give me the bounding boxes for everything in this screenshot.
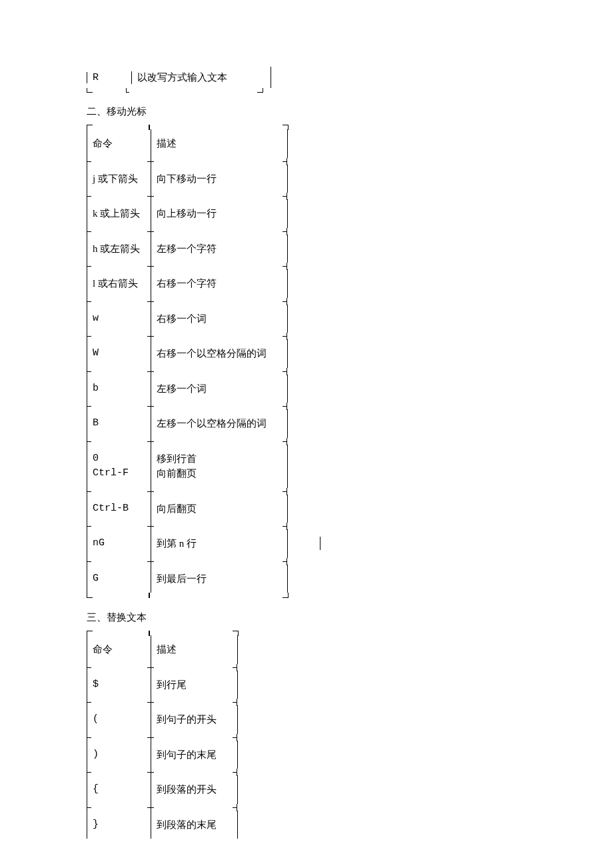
desc-cell: 到句子的末尾 [151,741,237,769]
desc-cell: 到行尾 [151,671,237,699]
cmd-cell: { [87,775,151,804]
cmd-cell: R [87,72,131,83]
desc-cell: 以改写方式输入文本 [131,71,271,84]
table-row: j 或下箭头 向下移动一行 [87,165,289,193]
desc-cell: 左移一个字符 [151,235,287,263]
cmd-cell: W [87,339,151,368]
table-row: R 以改写方式输入文本 [87,67,526,88]
table-row: } 到段落的末尾 [87,811,239,839]
desc-cell: 右移一个字符 [151,269,287,298]
table-row: k 或上箭头 向上移动一行 [87,199,289,228]
cmd-cell: l 或右箭头 [87,269,151,298]
table-row: nG 到第 n 行 [87,529,289,558]
table-row: b 左移一个词 [87,375,289,403]
table-row: ( 到句子的开头 [87,705,239,734]
table-row: Ctrl-B 向后翻页 [87,495,289,523]
cmd-cell: h 或左箭头 [87,235,151,263]
header-cmd: 命令 [87,635,151,664]
cmd-cell: w [87,305,151,333]
cmd-cell: nG [87,529,151,558]
fragment-table-end: R 以改写方式输入文本 [87,67,526,93]
table-row: G 到最后一行 [87,565,289,593]
cmd-cell: 0 Ctrl-F [87,445,151,488]
desc-cell: 到句子的开头 [151,705,237,734]
table-row: ) 到句子的末尾 [87,741,239,769]
desc-cell: 到段落的末尾 [151,811,237,839]
cmd-cell: $ [87,671,151,699]
cmd-cell: B [87,409,151,438]
section-title-2: 二、移动光标 [87,105,526,118]
table-row: { 到段落的开头 [87,775,239,804]
cmd-cell: ( [87,705,151,734]
table-row: w 右移一个词 [87,305,289,333]
desc-cell: 移到行首 向前翻页 [151,445,287,488]
table-row: h 或左箭头 左移一个字符 [87,235,289,263]
table-cursor-move: 命令 描述 j 或下箭头 向下移动一行 k 或上箭头 向上移动一行 h 或左箭头… [87,125,289,597]
desc-cell: 到段落的开头 [151,775,237,804]
cmd-cell: } [87,811,151,839]
table-row: W 右移一个以空格分隔的词 [87,339,289,368]
table-row: l 或右箭头 右移一个字符 [87,269,289,298]
table-replace-text: 命令 描述 $ 到行尾 ( 到句子的开头 ) 到句子的末尾 { 到段落的开头 }… [87,631,239,839]
desc-cell: 向上移动一行 [151,199,287,228]
table-row: 0 Ctrl-F 移到行首 向前翻页 [87,445,289,488]
desc-cell: 右移一个以空格分隔的词 [151,339,287,368]
cmd-cell: Ctrl-B [87,495,151,523]
desc-cell: 右移一个词 [151,305,287,333]
cmd-cell: ) [87,741,151,769]
header-desc: 描述 [151,635,237,664]
desc-cell: 向下移动一行 [151,165,287,193]
header-desc: 描述 [151,129,287,158]
table-row: B 左移一个以空格分隔的词 [87,409,289,438]
desc-cell: 左移一个词 [151,375,287,403]
header-cmd: 命令 [87,129,151,158]
desc-cell: 到第 n 行 [151,529,287,558]
table-header-row: 命令 描述 [87,129,289,158]
cmd-cell: j 或下箭头 [87,165,151,193]
cmd-cell: k 或上箭头 [87,199,151,228]
desc-cell: 左移一个以空格分隔的词 [151,409,287,438]
desc-cell: 向后翻页 [151,495,287,523]
table-header-row: 命令 描述 [87,635,239,664]
cmd-cell: G [87,565,151,593]
desc-cell: 到最后一行 [151,565,287,593]
table-row: $ 到行尾 [87,671,239,699]
section-title-3: 三、替换文本 [87,611,526,624]
cmd-cell: b [87,375,151,403]
